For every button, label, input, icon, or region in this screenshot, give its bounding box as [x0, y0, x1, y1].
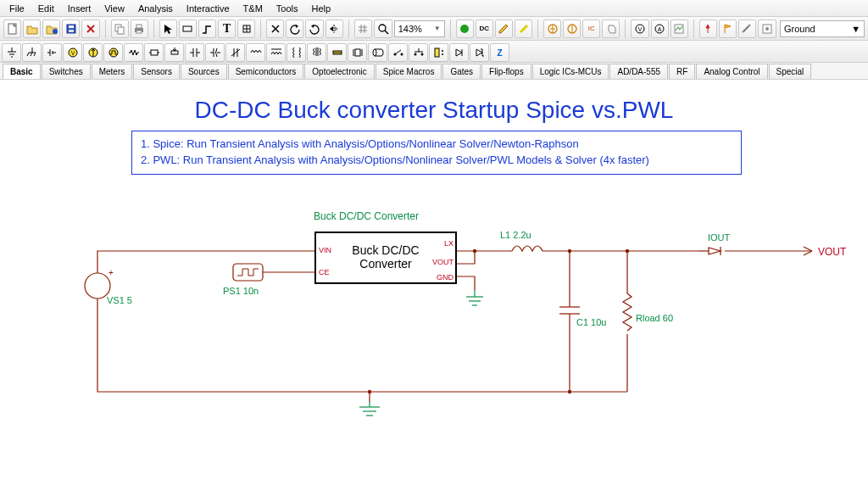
text-tool[interactable]: T [218, 20, 236, 38]
delete-tool[interactable] [266, 20, 284, 38]
palette-isource[interactable] [83, 43, 103, 62]
palette-ground[interactable] [2, 43, 21, 62]
component-l1[interactable]: L1 2.2u [500, 230, 542, 251]
palette-resistor-eu[interactable] [144, 43, 164, 62]
tab-logic-ics[interactable]: Logic ICs-MCUs [532, 64, 609, 79]
palette-capacitor-var[interactable] [225, 43, 245, 62]
wire[interactable] [456, 276, 475, 290]
palette-potentiometer[interactable] [164, 43, 184, 62]
menu-file[interactable]: File [3, 2, 31, 15]
probe-current-button[interactable] [563, 20, 581, 38]
component-buck-block[interactable]: Buck DC/DC Converter Buck DC/DC Converte… [314, 210, 456, 283]
menu-tm[interactable]: T&M [237, 2, 269, 15]
open-button[interactable] [23, 20, 41, 38]
tab-sensors[interactable]: Sensors [133, 64, 180, 79]
palette-inductor[interactable] [246, 43, 265, 62]
tab-flip-flops[interactable]: Flip-flops [481, 64, 531, 79]
pin-button[interactable] [699, 20, 717, 38]
menu-interactive[interactable]: Interactive [181, 2, 236, 15]
close-button[interactable] [81, 20, 99, 38]
ground-symbol-main[interactable] [359, 402, 380, 416]
palette-transformer[interactable] [287, 43, 306, 62]
tab-meters[interactable]: Meters [92, 64, 133, 79]
print-button[interactable] [131, 20, 148, 38]
palette-inductor-core[interactable] [266, 43, 286, 62]
run-button[interactable] [456, 20, 474, 38]
tab-semiconductors[interactable]: Semiconductors [228, 64, 304, 79]
tab-basic[interactable]: Basic [3, 64, 41, 79]
palette-switch[interactable] [388, 43, 408, 62]
scope-voltage-button[interactable]: V [631, 20, 648, 38]
palette-pushbutton[interactable] [409, 43, 428, 62]
separator [105, 20, 106, 38]
wire[interactable] [97, 299, 370, 392]
schematic-canvas[interactable]: DC-DC Buck converter Startup Spice vs.PW… [0, 80, 868, 491]
open-examples-button[interactable] [42, 20, 60, 38]
save-button[interactable] [62, 20, 80, 38]
mirror-button[interactable] [326, 20, 343, 38]
palette-diode[interactable] [449, 43, 469, 62]
last-component-tool[interactable] [179, 20, 197, 38]
menu-edit[interactable]: Edit [32, 2, 60, 15]
palette-relay[interactable] [429, 43, 448, 62]
palette-chassis-ground[interactable] [22, 43, 42, 62]
wire[interactable] [456, 251, 475, 264]
tab-sources[interactable]: Sources [181, 64, 227, 79]
wire-tool[interactable] [198, 20, 216, 38]
component-vs1[interactable]: + VS1 5 [85, 268, 132, 305]
pointer-tool[interactable] [159, 20, 177, 38]
pencil-tool[interactable] [495, 20, 513, 38]
palette-resistor[interactable] [124, 43, 143, 62]
tab-switches[interactable]: Switches [42, 64, 91, 79]
tab-spice-macros[interactable]: Spice Macros [376, 64, 442, 79]
probe-voltage-button[interactable] [543, 20, 561, 38]
palette-tline[interactable] [368, 43, 387, 62]
menu-view[interactable]: View [98, 2, 131, 15]
flag-button[interactable] [719, 20, 737, 38]
schematic-settings-button[interactable] [758, 20, 776, 38]
zoom-level-field[interactable]: 143% ▼ [394, 20, 445, 37]
menu-insert[interactable]: Insert [62, 2, 97, 15]
palette-crystal[interactable] [348, 43, 367, 62]
component-iout[interactable]: IOUT [708, 232, 731, 255]
palette-z-block[interactable]: Z [490, 43, 509, 62]
insert-macro-tool[interactable] [237, 20, 255, 38]
menu-help[interactable]: Help [306, 2, 337, 15]
palette-pulse-source[interactable] [103, 43, 123, 62]
menu-analysis[interactable]: Analysis [132, 2, 179, 15]
component-ps1[interactable]: PS1 10n [223, 264, 263, 296]
tab-rf[interactable]: RF [669, 64, 695, 79]
tab-optoelectronic[interactable]: Optoelectronic [304, 64, 374, 79]
analysis-options-button[interactable] [670, 20, 688, 38]
ground-selector[interactable]: Ground ▼ [780, 20, 865, 37]
grid-toggle[interactable] [354, 20, 372, 38]
tab-gates[interactable]: Gates [442, 64, 481, 79]
menu-tools[interactable]: Tools [270, 2, 304, 15]
palette-vsource[interactable]: V [63, 43, 82, 62]
new-button[interactable] [3, 20, 21, 38]
probe-ic-button[interactable]: IC [582, 20, 600, 38]
toggle-3d-button[interactable] [602, 20, 620, 38]
palette-fuse[interactable] [327, 43, 347, 62]
palette-transformer-ct[interactable] [307, 43, 326, 62]
zoom-tool[interactable] [374, 20, 392, 38]
tab-analog-control[interactable]: Analog Control [696, 64, 767, 79]
copy-button[interactable] [111, 20, 129, 38]
rotate-right-button[interactable] [305, 20, 323, 38]
ground-symbol-block[interactable] [466, 290, 483, 305]
palette-capacitor-pol[interactable] [205, 43, 225, 62]
measure-button[interactable] [738, 20, 756, 38]
palette-zener[interactable] [470, 43, 489, 62]
wire[interactable] [97, 251, 315, 273]
tab-ad-da[interactable]: AD/DA-555 [609, 64, 668, 79]
dc-analysis-button[interactable]: DC [476, 20, 493, 38]
scope-current-button[interactable]: A [651, 20, 669, 38]
highlight-tool[interactable] [515, 20, 532, 38]
component-c1[interactable]: C1 10u [559, 300, 606, 327]
terminal-vout[interactable]: VOUT [804, 246, 847, 258]
component-rload[interactable]: Rload 60 [623, 293, 673, 331]
palette-capacitor[interactable] [185, 43, 204, 62]
palette-battery[interactable] [42, 43, 62, 62]
rotate-left-button[interactable] [286, 20, 303, 38]
tab-special[interactable]: Special [769, 64, 812, 79]
